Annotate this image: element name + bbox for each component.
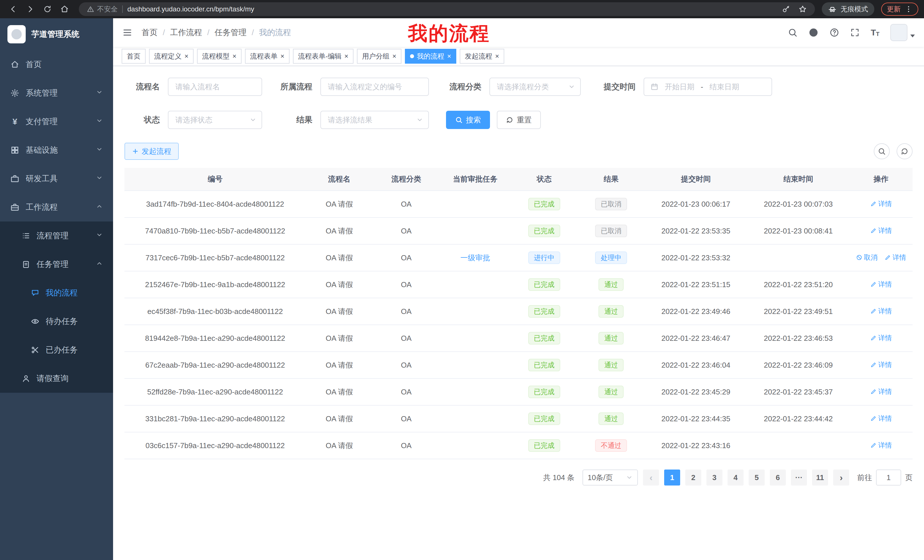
yen-icon: ¥ xyxy=(10,117,20,126)
key-icon[interactable] xyxy=(782,5,790,13)
row-current-task xyxy=(440,432,510,459)
table-row: 819442e8-7b9a-11ec-a290-acde48001122 OA … xyxy=(124,325,913,352)
page-button-3[interactable]: 3 xyxy=(706,470,722,485)
sidebar-item-label: 系统管理 xyxy=(26,88,58,99)
status-tag: 进行中 xyxy=(528,252,560,264)
tab-start-process[interactable]: 发起流程× xyxy=(460,49,504,64)
create-process-button[interactable]: 发起流程 xyxy=(124,143,179,160)
star-icon[interactable] xyxy=(798,5,807,13)
detail-link[interactable]: 详情 xyxy=(870,360,892,369)
app-logo[interactable]: 芋道管理系统 xyxy=(0,18,113,50)
refresh-table-button[interactable] xyxy=(897,143,913,159)
tab-my-process[interactable]: 我的流程× xyxy=(405,49,456,64)
sidebar-item-workflow[interactable]: 工作流程 xyxy=(0,193,113,222)
reset-button[interactable]: 重置 xyxy=(497,111,541,129)
row-end-time: 2022-01-23 00:08:41 xyxy=(747,217,849,244)
breadcrumb-workflow[interactable]: 工作流程 xyxy=(170,27,202,38)
detail-link[interactable]: 详情 xyxy=(870,307,892,316)
hamburger-icon[interactable] xyxy=(113,18,142,47)
current-task-link[interactable]: 一级审批 xyxy=(460,253,490,262)
close-icon[interactable]: × xyxy=(495,53,499,60)
close-icon[interactable]: × xyxy=(392,53,396,60)
row-end-time: 2022-01-22 23:46:53 xyxy=(747,325,849,352)
sidebar-item-home[interactable]: 首页 xyxy=(0,50,113,79)
github-icon[interactable] xyxy=(808,27,819,38)
sidebar-item-leave-query[interactable]: 请假查询 xyxy=(0,364,113,393)
close-icon[interactable]: × xyxy=(344,53,348,60)
close-icon[interactable]: × xyxy=(447,53,451,60)
page-button-5[interactable]: 5 xyxy=(748,470,765,485)
table-row: ec45f38f-7b9a-11ec-b03b-acde48001122 OA … xyxy=(124,298,913,325)
breadcrumb-home[interactable]: 首页 xyxy=(142,27,158,38)
sidebar-item-infra[interactable]: 基础设施 xyxy=(0,136,113,165)
detail-link[interactable]: 详情 xyxy=(870,226,892,235)
process-name-input[interactable] xyxy=(168,78,262,96)
status-select[interactable]: 请选择状态 xyxy=(168,111,262,129)
forward-button[interactable] xyxy=(23,2,38,16)
page-button-1[interactable]: 1 xyxy=(664,470,680,485)
reload-button[interactable] xyxy=(40,2,55,16)
goto-page-input[interactable] xyxy=(876,470,901,485)
detail-link[interactable]: 详情 xyxy=(870,280,892,289)
back-button[interactable] xyxy=(6,2,21,16)
page-ellipsis[interactable]: ··· xyxy=(791,470,807,485)
font-size-icon[interactable]: TT xyxy=(871,28,879,37)
detail-link[interactable]: 详情 xyxy=(870,387,892,396)
address-bar[interactable]: 不安全 dashboard.yudao.iocoder.cn/bpm/task/… xyxy=(79,2,815,16)
process-table: 编号 流程名 流程分类 当前审批任务 状态 结果 提交时间 结束时间 操作 xyxy=(124,168,913,459)
toggle-search-button[interactable] xyxy=(874,143,890,159)
security-warning[interactable]: 不安全 xyxy=(87,4,118,14)
row-process-name: OA 请假 xyxy=(306,298,373,325)
sidebar-item-done-tasks[interactable]: 已办任务 xyxy=(0,335,113,364)
eye-icon xyxy=(31,317,39,326)
result-select[interactable]: 请选择流结果 xyxy=(320,111,429,129)
process-def-input[interactable] xyxy=(320,78,429,96)
tab-process-definition[interactable]: 流程定义× xyxy=(149,49,194,64)
help-icon[interactable] xyxy=(830,28,839,37)
search-icon[interactable] xyxy=(788,28,798,37)
detail-link[interactable]: 详情 xyxy=(870,333,892,343)
home-button[interactable] xyxy=(57,2,72,16)
category-select[interactable]: 请选择流程分类 xyxy=(489,78,581,96)
close-icon[interactable]: × xyxy=(280,53,284,60)
avatar[interactable] xyxy=(890,24,908,41)
sidebar-item-my-process[interactable]: 我的流程 xyxy=(0,279,113,307)
sidebar-item-devtools[interactable]: 研发工具 xyxy=(0,165,113,193)
sidebar-item-task-mgmt[interactable]: 任务管理 xyxy=(0,250,113,279)
sidebar-item-todo-tasks[interactable]: 待办任务 xyxy=(0,307,113,335)
submit-time-range-picker[interactable]: 开始日期 - 结束日期 xyxy=(644,78,772,96)
close-icon[interactable]: × xyxy=(232,53,236,60)
edit-icon xyxy=(870,335,877,341)
row-current-task xyxy=(440,191,510,217)
cancel-link[interactable]: 取消 xyxy=(856,253,878,262)
sidebar-item-payment[interactable]: ¥ 支付管理 xyxy=(0,107,113,136)
page-size-select[interactable]: 10条/页 xyxy=(582,470,638,485)
col-submit-time: 提交时间 xyxy=(645,168,747,191)
user-menu[interactable] xyxy=(890,24,915,41)
page-button-6[interactable]: 6 xyxy=(770,470,786,485)
detail-link[interactable]: 详情 xyxy=(870,441,892,450)
close-icon[interactable]: × xyxy=(184,53,189,60)
filter-row-1: 流程名 所属流程 流程分类 请选择流程分类 xyxy=(124,78,913,96)
tab-home[interactable]: 首页 xyxy=(122,49,146,64)
page-button-2[interactable]: 2 xyxy=(685,470,701,485)
breadcrumb-task-mgmt[interactable]: 任务管理 xyxy=(215,27,247,38)
update-button[interactable]: 更新 xyxy=(881,3,918,16)
row-process-name: OA 请假 xyxy=(306,271,373,298)
kebab-menu-icon[interactable] xyxy=(904,5,913,13)
tab-process-model[interactable]: 流程模型× xyxy=(197,49,242,64)
sidebar-item-process-mgmt[interactable]: 流程管理 xyxy=(0,222,113,250)
page-button-11[interactable]: 11 xyxy=(812,470,828,485)
search-button[interactable]: 搜索 xyxy=(446,111,490,129)
tab-process-form[interactable]: 流程表单× xyxy=(245,49,290,64)
next-page-button[interactable]: › xyxy=(833,470,849,485)
detail-link[interactable]: 详情 xyxy=(870,199,892,208)
page-button-4[interactable]: 4 xyxy=(728,470,744,485)
tab-user-group[interactable]: 用户分组× xyxy=(357,49,402,64)
detail-link[interactable]: 详情 xyxy=(870,414,892,423)
prev-page-button[interactable]: ‹ xyxy=(643,470,659,485)
tab-process-form-edit[interactable]: 流程表单-编辑× xyxy=(293,49,354,64)
sidebar-item-system[interactable]: 系统管理 xyxy=(0,79,113,107)
detail-link[interactable]: 详情 xyxy=(885,253,906,262)
fullscreen-icon[interactable] xyxy=(850,28,860,37)
